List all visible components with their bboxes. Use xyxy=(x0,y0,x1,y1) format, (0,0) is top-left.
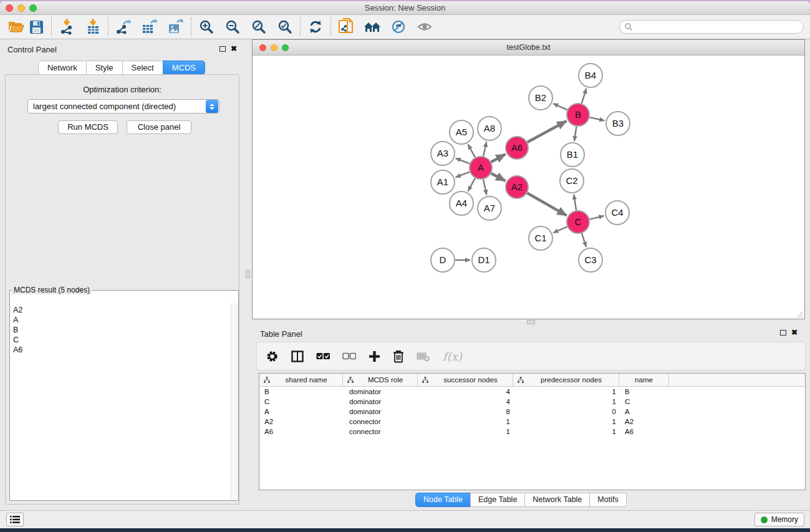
node-B3[interactable]: B3 xyxy=(606,112,630,135)
delete-column-button[interactable] xyxy=(393,350,404,363)
export-image-button[interactable] xyxy=(166,17,186,37)
edge-A-A3[interactable] xyxy=(456,158,470,164)
node-A3[interactable]: A3 xyxy=(431,142,455,165)
network-maximize-button[interactable] xyxy=(282,44,289,51)
edge-A-A8[interactable] xyxy=(483,142,486,156)
node-A2[interactable]: A2 xyxy=(506,176,528,198)
import-network-button[interactable] xyxy=(57,17,77,37)
result-item[interactable]: A xyxy=(13,315,231,325)
node-A6[interactable]: A6 xyxy=(506,137,528,159)
edge-C-C3[interactable] xyxy=(582,233,586,247)
node-A[interactable]: A xyxy=(470,157,492,179)
node-A5[interactable]: A5 xyxy=(450,120,473,144)
result-item[interactable]: A2 xyxy=(13,305,231,315)
edge-C-C4[interactable] xyxy=(589,216,604,220)
column-header-successor-nodes[interactable]: successor nodes xyxy=(418,374,513,386)
toggle-panel-button[interactable] xyxy=(291,351,304,362)
column-header-mcds-role[interactable]: MCDS role xyxy=(343,374,418,386)
run-mcds-button[interactable]: Run MCDS xyxy=(58,120,118,134)
close-window-button[interactable] xyxy=(6,4,13,12)
table-settings-button[interactable] xyxy=(266,350,279,363)
minimize-window-button[interactable] xyxy=(17,4,25,12)
resize-grip-icon[interactable] xyxy=(795,309,804,318)
edge-C-C1[interactable] xyxy=(553,227,567,233)
close-table-panel-icon[interactable]: ✖ xyxy=(791,329,798,336)
result-item[interactable]: A6 xyxy=(13,345,231,355)
edge-B-B3[interactable] xyxy=(590,117,605,120)
node-B1[interactable]: B1 xyxy=(561,143,584,167)
column-header-name[interactable]: name xyxy=(619,374,669,386)
edge-A-A1[interactable] xyxy=(456,172,470,178)
table-row[interactable]: Bdominator41B xyxy=(259,387,805,397)
edge-A2-C[interactable] xyxy=(527,193,566,215)
node-A4[interactable]: A4 xyxy=(450,191,473,215)
zoom-out-button[interactable] xyxy=(223,17,243,37)
edge-A6-B[interactable] xyxy=(528,121,567,142)
result-scrollbar[interactable] xyxy=(231,303,238,500)
optimization-select[interactable]: largest connected component (directed) xyxy=(27,99,219,114)
result-item[interactable]: C xyxy=(13,335,231,345)
node-A8[interactable]: A8 xyxy=(478,117,501,140)
network-minimize-button[interactable] xyxy=(271,44,277,51)
edge-A-A2[interactable] xyxy=(491,173,506,181)
node-C[interactable]: C xyxy=(567,211,589,233)
network-canvas[interactable]: B4B2BB3A5A8A6B1A3AA1C2A2A4A7C4CC1C3DD1 xyxy=(253,56,804,319)
zoom-in-button[interactable] xyxy=(196,17,216,37)
tab-select[interactable]: Select xyxy=(122,60,163,75)
column-header-predecessor-nodes[interactable]: predecessor nodes xyxy=(513,374,619,386)
select-all-button[interactable] xyxy=(316,352,330,360)
node-B2[interactable]: B2 xyxy=(529,86,552,110)
edge-A-A6[interactable] xyxy=(491,154,506,162)
tab-node-table[interactable]: Node Table xyxy=(415,493,471,507)
vertical-divider-handle[interactable] xyxy=(246,270,250,278)
node-C3[interactable]: C3 xyxy=(579,248,602,272)
session-details-button[interactable] xyxy=(336,17,356,37)
delete-table-button[interactable] xyxy=(417,351,430,362)
export-table-button[interactable] xyxy=(140,17,160,37)
zoom-selected-button[interactable] xyxy=(275,17,295,37)
edge-A-A7[interactable] xyxy=(483,180,486,195)
task-history-button[interactable] xyxy=(6,513,24,526)
float-table-panel-icon[interactable] xyxy=(780,330,786,336)
node-C1[interactable]: C1 xyxy=(529,226,552,250)
horizontal-divider-handle[interactable] xyxy=(527,320,535,324)
open-session-button[interactable] xyxy=(6,17,26,37)
node-B[interactable]: B xyxy=(567,104,589,126)
save-session-button[interactable] xyxy=(26,17,46,37)
node-B4[interactable]: B4 xyxy=(579,64,602,87)
table-row[interactable]: Adominator80A xyxy=(259,407,805,417)
tab-mcds[interactable]: MCDS xyxy=(163,60,205,75)
edge-A-A5[interactable] xyxy=(468,144,475,157)
node-D[interactable]: D xyxy=(431,248,455,272)
tab-network-table[interactable]: Network Table xyxy=(524,493,590,507)
network-window-titlebar[interactable]: testGlobe.txt xyxy=(253,40,804,56)
node-A1[interactable]: A1 xyxy=(431,170,455,194)
edge-B-B4[interactable] xyxy=(582,89,587,104)
node-C2[interactable]: C2 xyxy=(560,169,584,193)
tab-motifs[interactable]: Motifs xyxy=(589,493,626,507)
maximize-window-button[interactable] xyxy=(29,4,37,12)
hide-details-button[interactable] xyxy=(388,17,408,37)
tab-style[interactable]: Style xyxy=(86,60,123,75)
network-close-button[interactable] xyxy=(259,44,266,51)
memory-button[interactable]: Memory xyxy=(755,513,804,526)
close-panel-button[interactable]: Close panel xyxy=(127,120,191,134)
node-A7[interactable]: A7 xyxy=(478,196,501,220)
show-graphics-button[interactable] xyxy=(415,17,435,37)
table-row[interactable]: Cdominator41C xyxy=(259,397,805,407)
edge-B-B1[interactable] xyxy=(574,127,576,141)
add-column-button[interactable] xyxy=(369,351,380,362)
column-header-shared-name[interactable]: shared name xyxy=(259,374,343,386)
tab-network[interactable]: Network xyxy=(38,60,87,75)
function-builder-button[interactable]: f(x) xyxy=(443,350,462,363)
node-D1[interactable]: D1 xyxy=(472,248,496,272)
table-row[interactable]: A6connector11A6 xyxy=(259,427,805,437)
deselect-all-button[interactable] xyxy=(342,352,356,360)
float-panel-icon[interactable] xyxy=(219,46,226,52)
edge-C-C2[interactable] xyxy=(574,195,576,210)
search-input[interactable] xyxy=(635,21,803,32)
edge-A-A4[interactable] xyxy=(468,178,475,191)
zoom-fit-button[interactable] xyxy=(249,17,269,37)
import-table-button[interactable] xyxy=(83,17,103,37)
home-button[interactable] xyxy=(362,17,382,37)
